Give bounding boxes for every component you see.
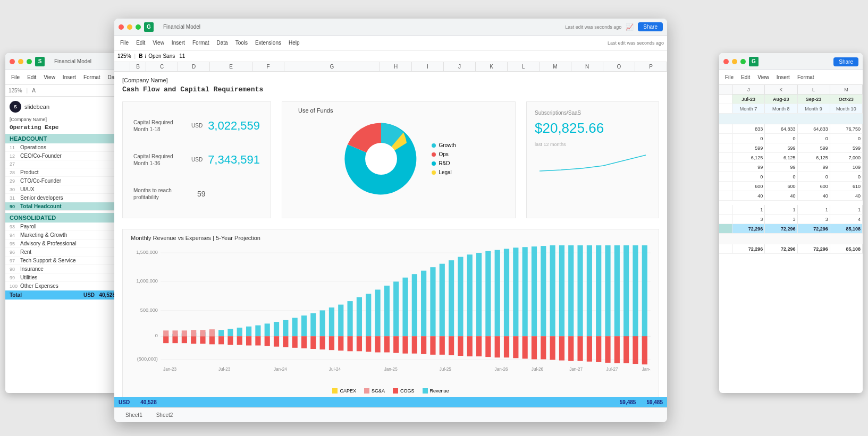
bar-revenue-26	[393, 281, 399, 336]
main-sheet-title: Cash Flow and Capital Requirements	[122, 86, 659, 93]
right-cell: 0	[732, 134, 765, 143]
right-gap	[719, 201, 863, 205]
list-item: 30 UI/UX	[5, 185, 120, 194]
file-menu[interactable]: File	[117, 39, 131, 47]
consolidated-section-header: CONSOLIDATED	[5, 213, 120, 223]
growth-dot	[432, 143, 436, 148]
right-close-dot[interactable]	[723, 59, 729, 64]
right-cell: 40	[732, 191, 765, 200]
total-row: Total USD 40,528	[5, 290, 120, 300]
data-menu[interactable]: Data	[214, 39, 231, 47]
right-col-k: K	[765, 85, 797, 94]
bar-revenue-11	[255, 326, 260, 337]
right-row-label	[719, 134, 732, 143]
insert-menu[interactable]: Insert	[169, 39, 188, 47]
sheet-tab-1[interactable]: Sheet1	[119, 411, 149, 420]
right-cell: 40	[830, 191, 863, 200]
sheet-tab-2[interactable]: Sheet2	[149, 411, 180, 420]
zoom-level: 125%	[117, 53, 131, 59]
insert-menu-right[interactable]: Insert	[774, 73, 793, 81]
bottom-usd: USD	[119, 399, 130, 405]
view-menu-left[interactable]: View	[41, 73, 58, 81]
bar-cogs-36	[485, 336, 491, 357]
legend-sga: SG&A	[364, 388, 385, 394]
right-row-label	[719, 244, 732, 253]
right-col-headers: J K L M	[719, 85, 863, 95]
last-edit-label: Last edit was seconds ago	[565, 24, 621, 30]
capital-metrics-panel: Capital Required Month 1-18 USD 3,022,55…	[122, 101, 271, 218]
bar-cogs-22	[357, 336, 362, 351]
format-menu-left[interactable]: Format	[81, 73, 103, 81]
list-item: 27	[5, 160, 120, 168]
bottom-val1: 40,528	[140, 399, 157, 405]
right-cell: 0	[765, 134, 797, 143]
month-jul23: Jul-23	[732, 95, 765, 104]
bar-revenue-13	[274, 322, 279, 336]
bold-button[interactable]: B	[139, 53, 142, 59]
metric-3-value: 59	[197, 190, 206, 198]
bar-cogs-13	[274, 336, 279, 347]
legend-revenue: Revenue	[423, 388, 449, 394]
right-minimize-dot[interactable]	[732, 59, 737, 64]
bar-cogs-37	[495, 336, 500, 357]
edit-menu[interactable]: Edit	[133, 39, 148, 47]
bar-cogs-53	[642, 336, 647, 364]
maximize-dot[interactable]	[27, 59, 32, 64]
italic-button[interactable]: I	[145, 53, 146, 59]
format-menu[interactable]: Format	[190, 39, 212, 47]
main-close-dot[interactable]	[119, 24, 124, 30]
bar-revenue-22	[357, 297, 362, 337]
view-menu-right[interactable]: View	[755, 73, 772, 81]
edit-menu-right[interactable]: Edit	[738, 73, 753, 81]
share-button[interactable]: Share	[638, 22, 663, 31]
file-menu-left[interactable]: File	[9, 73, 22, 81]
right-cell: 3	[765, 215, 797, 224]
bar-revenue-52	[633, 245, 638, 339]
x-label-jul26: Jul-26	[532, 366, 543, 372]
tools-menu[interactable]: Tools	[233, 39, 250, 47]
right-cell: 0	[830, 172, 863, 181]
bar-cogs-10	[246, 336, 251, 345]
bar-cogs-49	[605, 336, 610, 363]
format-menu-right[interactable]: Format	[795, 73, 817, 81]
right-bottom-gap	[719, 234, 863, 244]
sheet-tabs[interactable]: Sheet1 Sheet2	[114, 407, 667, 422]
minimize-dot[interactable]	[18, 59, 23, 64]
metric-1-label: Capital Required Month 1-18	[133, 119, 186, 133]
right-cell: 0	[798, 172, 830, 181]
right-cell: 0	[765, 172, 797, 181]
col-m-header: M	[540, 62, 571, 71]
metric-2-label: Capital Required Month 1-36	[133, 153, 186, 167]
bar-revenue-46	[577, 245, 583, 336]
right-cell: 76,750	[830, 124, 863, 133]
sga-square	[364, 388, 369, 394]
list-item: 28 Product	[5, 168, 120, 177]
table-row: 6,125 6,125 6,125 7,000	[719, 153, 863, 163]
bar-cogs-42	[541, 336, 546, 359]
bar-cogs-50	[614, 336, 620, 363]
file-menu-right[interactable]: File	[722, 73, 736, 81]
extensions-menu[interactable]: Extensions	[252, 39, 284, 47]
insert-menu-left[interactable]: Insert	[60, 73, 79, 81]
legal-label: Legal	[439, 169, 451, 175]
last-12-label: last 12 months	[535, 142, 651, 147]
last-edit-text: Last edit was seconds ago	[608, 40, 664, 46]
edit-menu-left[interactable]: Edit	[24, 73, 39, 81]
main-maximize-dot[interactable]	[136, 24, 141, 30]
main-minimize-dot[interactable]	[127, 24, 132, 30]
right-share-button[interactable]: Share	[833, 57, 858, 66]
close-dot[interactable]	[10, 59, 15, 64]
bar-cogs-25	[384, 336, 390, 352]
main-sheet-content: [Company Name] Cash Flow and Capital Req…	[114, 72, 667, 421]
capex-label: CAPEX	[340, 388, 356, 394]
view-menu[interactable]: View	[150, 39, 167, 47]
list-item: 11 Operations	[5, 143, 120, 152]
legal-dot	[432, 170, 436, 175]
help-menu[interactable]: Help	[286, 39, 302, 47]
right-maximize-dot[interactable]	[740, 59, 746, 64]
list-item: 31 Senior developers	[5, 194, 120, 202]
metric-2-value: 7,343,591	[208, 153, 260, 167]
right-cell: 1	[732, 205, 765, 214]
right-row-label	[719, 153, 732, 162]
bar-cogs-29	[421, 336, 426, 354]
